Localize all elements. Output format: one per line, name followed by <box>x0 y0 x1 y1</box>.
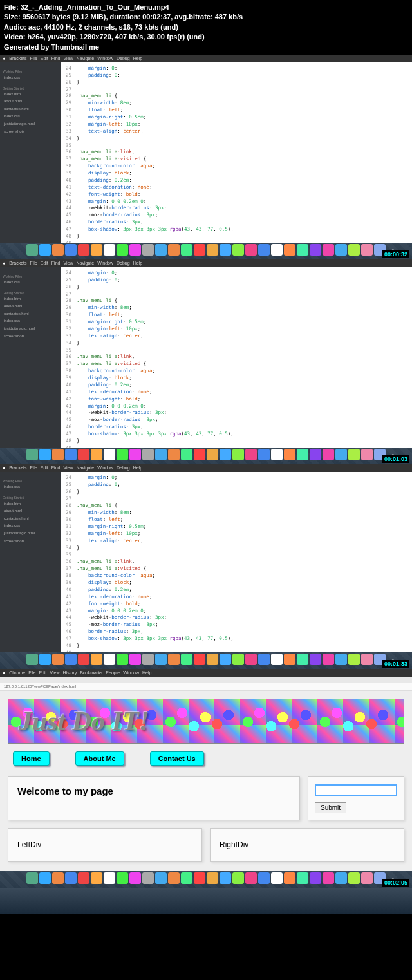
menu-chrome[interactable]: Chrome <box>9 670 25 675</box>
menu-debug[interactable]: Debug <box>117 466 130 470</box>
dock-app-icon[interactable] <box>220 654 231 665</box>
dock-app-icon[interactable] <box>220 872 231 884</box>
menu-file[interactable]: File <box>30 56 37 61</box>
dock-app-icon[interactable] <box>323 654 334 665</box>
dock-app-icon[interactable] <box>39 654 51 665</box>
dock-app-icon[interactable] <box>168 872 180 884</box>
dock-app-icon[interactable] <box>323 449 334 460</box>
menu-brackets[interactable]: Brackets <box>9 261 26 265</box>
nav-about-button[interactable]: About Me <box>75 751 124 766</box>
sidebar-file[interactable]: index.html <box>3 296 59 303</box>
dock-app-icon[interactable] <box>181 244 192 256</box>
dock-app-icon[interactable] <box>232 449 244 460</box>
dock-app-icon[interactable] <box>129 449 141 460</box>
menu-edit[interactable]: Edit <box>41 466 48 470</box>
dock-app-icon[interactable] <box>65 654 77 665</box>
dock-app-icon[interactable] <box>310 872 321 884</box>
dock-app-icon[interactable] <box>104 449 115 460</box>
menu-history[interactable]: History <box>63 670 77 675</box>
dock-app-icon[interactable] <box>155 872 167 884</box>
dock-app-icon[interactable] <box>335 654 347 665</box>
menu-file[interactable]: File <box>28 670 35 675</box>
dock-app-icon[interactable] <box>129 872 141 884</box>
dock-app-icon[interactable] <box>65 449 77 460</box>
dock-app-icon[interactable] <box>65 872 77 884</box>
menu-navigate[interactable]: Navigate <box>76 466 94 470</box>
dock-app-icon[interactable] <box>310 654 321 665</box>
sidebar-file[interactable]: contactus.html <box>3 515 59 523</box>
dock-app-icon[interactable] <box>310 244 321 256</box>
dock-app-icon[interactable] <box>26 654 38 665</box>
dock-app-icon[interactable] <box>361 449 373 460</box>
dock-app-icon[interactable] <box>104 654 115 665</box>
menu-file[interactable]: File <box>30 261 37 265</box>
menu-edit[interactable]: Edit <box>39 670 46 675</box>
nav-contact-button[interactable]: Contact Us <box>150 751 204 766</box>
sidebar-file[interactable]: screenshots <box>3 333 59 341</box>
dock-app-icon[interactable] <box>207 872 218 884</box>
menu-window[interactable]: Window <box>97 56 113 61</box>
dock-app-icon[interactable] <box>194 244 205 256</box>
dock-app-icon[interactable] <box>271 872 283 884</box>
dock-app-icon[interactable] <box>348 244 360 256</box>
menu-window[interactable]: Window <box>97 261 113 265</box>
sidebar-file[interactable]: about.html <box>3 507 59 515</box>
browser-url-bar[interactable]: 127.0.0.1:61120/NewFCEPage/index.html <box>0 683 412 691</box>
menu-help[interactable]: Help <box>133 56 142 61</box>
mac-dock[interactable] <box>0 448 412 464</box>
dock-app-icon[interactable] <box>52 872 64 884</box>
dock-app-icon[interactable] <box>258 872 270 884</box>
dock-app-icon[interactable] <box>142 244 154 256</box>
dock-app-icon[interactable] <box>39 872 51 884</box>
dock-app-icon[interactable] <box>361 244 373 256</box>
dock-app-icon[interactable] <box>284 872 295 884</box>
menu-brackets[interactable]: Brackets <box>9 466 26 470</box>
menu-view[interactable]: View <box>63 466 73 470</box>
sidebar-file[interactable]: index.css <box>3 74 59 82</box>
dock-app-icon[interactable] <box>91 449 102 460</box>
mac-dock[interactable] <box>0 652 412 669</box>
sidebar-file[interactable]: index.css <box>3 317 59 325</box>
menu-find[interactable]: Find <box>52 261 61 265</box>
dock-app-icon[interactable] <box>104 872 115 884</box>
menu-people[interactable]: People <box>106 670 120 675</box>
dock-app-icon[interactable] <box>297 654 308 665</box>
dock-app-icon[interactable] <box>335 449 347 460</box>
dock-app-icon[interactable] <box>117 872 128 884</box>
dock-app-icon[interactable] <box>284 449 295 460</box>
dock-app-icon[interactable] <box>117 449 128 460</box>
dock-app-icon[interactable] <box>142 654 154 665</box>
mac-dock[interactable] <box>0 871 412 888</box>
sidebar-file[interactable]: contactus.html <box>3 106 59 113</box>
menu-navigate[interactable]: Navigate <box>76 56 94 61</box>
menu-help[interactable]: Help <box>133 261 142 265</box>
menu-navigate[interactable]: Navigate <box>76 261 94 265</box>
menu-window[interactable]: Window <box>123 670 139 675</box>
dock-app-icon[interactable] <box>271 244 283 256</box>
dock-app-icon[interactable] <box>297 449 308 460</box>
dock-app-icon[interactable] <box>335 872 347 884</box>
sidebar-file[interactable]: about.html <box>3 303 59 310</box>
sidebar-file[interactable]: screenshots <box>3 128 59 136</box>
menu-window[interactable]: Window <box>97 466 113 470</box>
sidebar-file[interactable]: contactus.html <box>3 310 59 318</box>
dock-app-icon[interactable] <box>194 449 205 460</box>
dock-app-icon[interactable] <box>26 872 38 884</box>
dock-app-icon[interactable] <box>348 872 360 884</box>
dock-app-icon[interactable] <box>26 449 38 460</box>
mac-dock[interactable] <box>0 243 412 259</box>
dock-app-icon[interactable] <box>297 244 308 256</box>
menu-view[interactable]: View <box>50 670 59 675</box>
dock-app-icon[interactable] <box>323 244 334 256</box>
dock-app-icon[interactable] <box>207 449 218 460</box>
dock-app-icon[interactable] <box>207 244 218 256</box>
dock-app-icon[interactable] <box>271 654 283 665</box>
code-editor[interactable]: 24 margin: 0;25 padding: 0;26}2728.nav_m… <box>61 267 412 448</box>
dock-app-icon[interactable] <box>52 654 64 665</box>
brackets-sidebar[interactable]: Working Files index.css Getting Started … <box>0 62 61 243</box>
sidebar-file[interactable]: index.css <box>3 279 59 287</box>
sidebar-file[interactable]: index.html <box>3 500 59 508</box>
dock-app-icon[interactable] <box>39 244 51 256</box>
sidebar-file[interactable]: justdoitmagic.html <box>3 325 59 333</box>
dock-app-icon[interactable] <box>142 449 154 460</box>
